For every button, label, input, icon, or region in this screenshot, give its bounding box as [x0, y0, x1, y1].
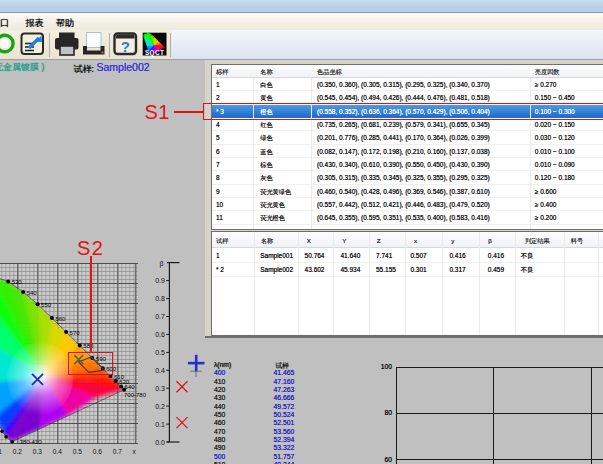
svg-text:640: 640 [125, 384, 136, 390]
svg-text:560: 560 [55, 316, 66, 322]
svg-text:x: x [132, 448, 136, 455]
svg-text:0.1: 0.1 [0, 448, 2, 455]
svg-text:0.1: 0.1 [155, 421, 165, 428]
svg-text:β: β [160, 260, 164, 268]
svg-text:0.3: 0.3 [33, 448, 42, 455]
svg-text:0.7: 0.7 [155, 313, 165, 320]
svg-text:0.2: 0.2 [13, 448, 22, 455]
svg-text:0.0: 0.0 [155, 439, 165, 446]
svg-text:0.5: 0.5 [155, 349, 165, 356]
svg-text:0.4: 0.4 [53, 448, 62, 455]
svg-text:0.6: 0.6 [155, 331, 165, 338]
svg-text:540: 540 [27, 290, 38, 296]
svg-text:380-410: 380-410 [20, 439, 43, 445]
svg-text:0.9: 0.9 [155, 277, 165, 284]
svg-text:0.8: 0.8 [155, 295, 165, 302]
svg-text:0.7: 0.7 [113, 448, 122, 455]
svg-text:0.2: 0.2 [155, 403, 165, 410]
svg-text:0.5: 0.5 [73, 448, 82, 455]
svg-text:0.4: 0.4 [155, 367, 165, 374]
svg-text:580: 580 [83, 343, 94, 349]
svg-text:530: 530 [12, 279, 23, 285]
svg-text:570: 570 [70, 330, 81, 336]
svg-text:550: 550 [41, 302, 52, 308]
svg-text:0.6: 0.6 [93, 448, 102, 455]
svg-text:700-780: 700-780 [124, 392, 147, 398]
svg-text:0.3: 0.3 [155, 385, 165, 392]
